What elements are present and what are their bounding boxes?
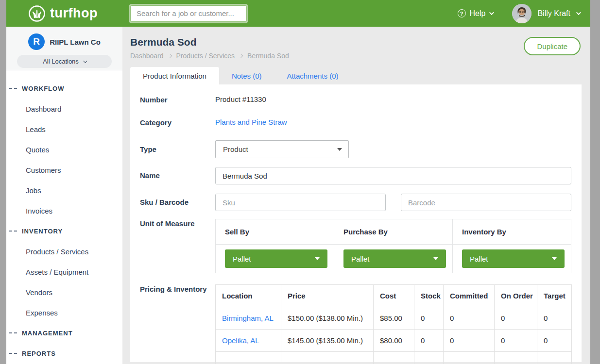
sidebar-nav: WORKFLOW Dashboard Leads Quotes Customer… (6, 70, 122, 364)
unit-of-measure-table: Sell By Purchase By Inventory By Pallet (215, 219, 571, 273)
tab-attachments[interactable]: Attachments (0) (274, 67, 351, 84)
target-header: Target (537, 285, 572, 307)
type-select[interactable]: Product (215, 140, 349, 158)
field-row-number: Number Product #11330 (140, 95, 571, 105)
number-label: Number (140, 95, 215, 105)
sidebar-section-reports[interactable]: REPORTS (6, 343, 122, 364)
price-cell: $150.00 ($138.00 Min.) (281, 307, 374, 330)
location-selector[interactable]: All Locations (17, 55, 112, 68)
user-menu[interactable]: Billy Kraft (512, 4, 580, 23)
brand-logo[interactable]: turfhop (28, 5, 125, 22)
caret-down-icon (552, 257, 557, 260)
price-header: Price (281, 285, 374, 307)
name-label: Name (140, 171, 215, 181)
sidebar-item-products-services[interactable]: Products / Services (6, 241, 122, 262)
sidebar-section-management[interactable]: MANAGEMENT (6, 323, 122, 343)
sidebar-item-customers[interactable]: Customers (6, 160, 122, 180)
sidebar-company-block: R RIIPL Lawn Co All Locations (6, 27, 122, 70)
breadcrumb-dashboard[interactable]: Dashboard (130, 52, 164, 60)
table-row: Birmingham, AL $150.00 ($138.00 Min.) $8… (216, 307, 572, 330)
chevron-right-icon (239, 54, 243, 58)
sidebar-section-workflow[interactable]: WORKFLOW (6, 78, 122, 99)
purchase-by-dropdown[interactable]: Pallet (343, 249, 446, 268)
target-cell: 0 (537, 330, 572, 352)
app-window: turfhop ? Help (6, 0, 590, 364)
company-row[interactable]: R RIIPL Lawn Co (6, 33, 122, 50)
sidebar-item-vendors[interactable]: Vendors (6, 282, 122, 302)
field-row-name: Name (140, 167, 571, 184)
field-row-pricing-inventory: Pricing & Inventory Location Price Cost … (140, 284, 571, 364)
category-label: Category (140, 118, 215, 128)
name-input[interactable] (215, 167, 571, 184)
breadcrumb-current: Bermuda Sod (247, 52, 289, 60)
company-logo-badge: R (28, 33, 45, 50)
type-label: Type (140, 145, 215, 154)
tab-bar: Product Information Notes (0) Attachment… (130, 67, 590, 84)
number-value: Product #11330 (215, 95, 571, 105)
location-selector-label: All Locations (43, 58, 79, 65)
sidebar-item-quotes[interactable]: Quotes (6, 139, 122, 160)
field-row-unit-of-measure: Unit of Measure Sell By Purchase By Inve… (140, 219, 571, 273)
inventory-by-header: Inventory By (453, 219, 571, 245)
sku-barcode-label: Sku / Barcode (140, 198, 215, 207)
sell-by-dropdown[interactable]: Pallet (225, 249, 327, 268)
dashed-line-icon (9, 332, 17, 333)
dashed-line-icon (9, 88, 17, 89)
duplicate-button[interactable]: Duplicate (524, 37, 581, 55)
grass-logo-icon (28, 5, 46, 22)
dashed-line-icon (9, 353, 17, 354)
cost-header: Cost (374, 285, 414, 307)
cost-cell: $85.00 (374, 307, 414, 330)
price-cell: $145.00 ($135.00 Min.) (281, 330, 374, 352)
on-order-header: On Order (495, 285, 537, 307)
inventory-by-dropdown[interactable]: Pallet (462, 249, 565, 268)
field-row-category: Category Plants and Pine Straw (140, 118, 571, 128)
sidebar-item-leads[interactable]: Leads (6, 119, 122, 139)
dashed-line-icon (9, 231, 17, 232)
type-select-value: Product (223, 145, 248, 153)
stock-cell: 0 (414, 307, 444, 330)
sidebar-item-invoices[interactable]: Invoices (6, 200, 122, 221)
brand-name: turfhop (50, 6, 98, 21)
breadcrumb: Dashboard Products / Services Bermuda So… (130, 52, 590, 60)
location-link[interactable]: Opelika, AL (222, 336, 259, 345)
unit-of-measure-label: Unit of Measure (140, 219, 215, 273)
help-icon: ? (458, 9, 466, 17)
caret-down-icon (337, 148, 342, 151)
global-search (130, 5, 247, 22)
chevron-down-icon (83, 59, 87, 63)
purchase-by-header: Purchase By (334, 219, 453, 245)
barcode-input[interactable] (401, 194, 571, 211)
sidebar: R RIIPL Lawn Co All Locations WORKFLOW D… (6, 27, 122, 364)
committed-cell: 0 (444, 307, 495, 330)
cost-cell: $80.00 (374, 330, 414, 352)
help-label: Help (470, 9, 486, 18)
page-title: Bermuda Sod (130, 36, 590, 48)
help-menu[interactable]: ? Help (458, 9, 493, 18)
target-cell: 0 (537, 307, 572, 330)
tab-notes[interactable]: Notes (0) (219, 67, 274, 84)
chevron-right-icon (168, 54, 171, 58)
search-input[interactable] (130, 5, 247, 22)
on-order-cell: 0 (495, 307, 537, 330)
on-order-cell: 0 (495, 330, 537, 352)
chevron-down-icon (489, 10, 494, 15)
top-bar: turfhop ? Help (6, 0, 590, 27)
caret-down-icon (315, 257, 320, 260)
location-header: Location (216, 285, 281, 307)
sidebar-item-assets-equipment[interactable]: Assets / Equipment (6, 262, 122, 282)
tab-product-information[interactable]: Product Information (130, 67, 219, 84)
location-link[interactable]: Birmingham, AL (222, 314, 274, 322)
company-name: RIIPL Lawn Co (50, 38, 101, 46)
breadcrumb-products-services[interactable]: Products / Services (176, 52, 235, 60)
sidebar-item-jobs[interactable]: Jobs (6, 180, 122, 200)
sidebar-item-expenses[interactable]: Expenses (6, 302, 122, 323)
sku-input[interactable] (215, 194, 386, 211)
committed-header: Committed (444, 285, 495, 307)
pricing-inventory-label: Pricing & Inventory (140, 284, 215, 364)
sidebar-section-inventory[interactable]: INVENTORY (6, 221, 122, 241)
category-link[interactable]: Plants and Pine Straw (215, 118, 287, 126)
caret-down-icon (433, 257, 438, 260)
sidebar-item-dashboard[interactable]: Dashboard (6, 99, 122, 119)
table-row (216, 352, 572, 364)
